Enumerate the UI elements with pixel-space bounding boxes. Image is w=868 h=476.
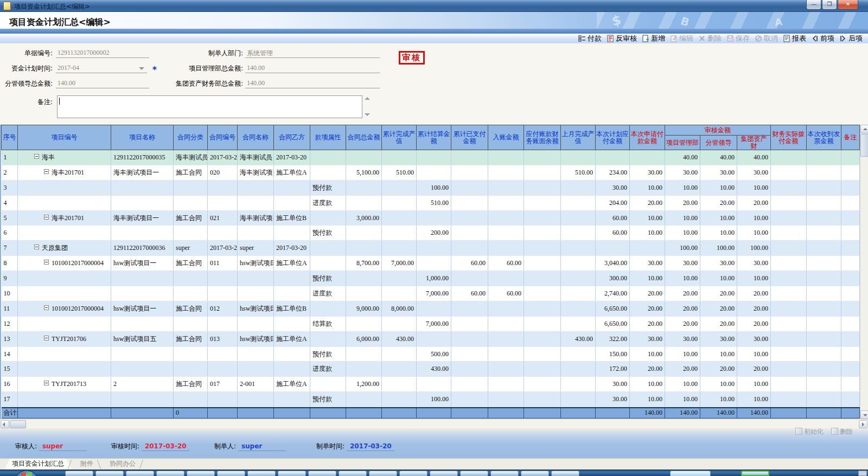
cell[interactable]: 10 — [2, 286, 18, 301]
remark-scroll-down-icon[interactable] — [365, 113, 370, 116]
cell[interactable]: 20.00 — [700, 301, 737, 316]
cell[interactable]: 施工合同 — [174, 256, 208, 271]
table-row[interactable]: 4进度款510.00204.0020.0020.0020.0020.00 — [2, 195, 860, 210]
cell[interactable] — [208, 180, 238, 195]
cell[interactable]: 10.00 — [630, 180, 665, 195]
cell[interactable]: 10.00 — [665, 346, 700, 362]
cell[interactable] — [382, 346, 417, 362]
cell[interactable] — [111, 226, 174, 241]
cell[interactable]: 10.00 — [737, 271, 771, 286]
cell[interactable] — [417, 301, 451, 316]
cell[interactable] — [841, 226, 860, 241]
cell[interactable] — [841, 392, 860, 408]
cell[interactable] — [488, 226, 524, 241]
cell[interactable]: 施工合同 — [174, 165, 208, 180]
cell[interactable]: 预付款 — [310, 180, 346, 195]
cell[interactable]: 预付款 — [310, 226, 346, 241]
cell[interactable] — [771, 165, 807, 180]
cell[interactable] — [524, 210, 561, 226]
cell[interactable] — [771, 301, 807, 316]
cell[interactable] — [274, 286, 310, 301]
cell[interactable]: 预付款 — [310, 346, 346, 362]
cell[interactable] — [841, 165, 860, 180]
cell[interactable] — [488, 392, 524, 408]
cell[interactable] — [417, 150, 451, 165]
taskbar-button[interactable] — [126, 471, 154, 476]
cell[interactable] — [18, 226, 111, 241]
cell[interactable] — [488, 331, 524, 346]
cell[interactable] — [451, 241, 488, 256]
cell[interactable] — [238, 226, 274, 241]
cell[interactable]: hsw测试项目五 — [111, 331, 174, 346]
cell[interactable]: 海丰201701 — [18, 210, 111, 226]
cell[interactable]: 20.00 — [737, 316, 771, 331]
cell[interactable] — [310, 331, 346, 346]
cell[interactable]: 20.00 — [700, 362, 737, 377]
cell[interactable] — [807, 271, 841, 286]
taskbar-button-highlighted[interactable] — [741, 471, 769, 476]
cell[interactable]: 017 — [208, 377, 238, 392]
cell[interactable]: 30.00 — [737, 165, 771, 180]
cell[interactable]: 10.00 — [665, 271, 700, 286]
cell[interactable] — [417, 377, 451, 392]
cell[interactable] — [451, 346, 488, 362]
cell[interactable]: TYJT201706 — [18, 331, 111, 346]
collapse-icon[interactable] — [44, 336, 49, 340]
cell[interactable] — [561, 210, 596, 226]
taskbar-button[interactable] — [247, 471, 276, 476]
cell[interactable]: 12 — [2, 316, 18, 331]
cell[interactable] — [310, 150, 346, 165]
cell[interactable] — [807, 180, 841, 195]
cell[interactable]: 510.00 — [561, 165, 596, 180]
cell[interactable]: TYJT201713 — [18, 377, 111, 392]
cell[interactable] — [451, 226, 488, 241]
plan-time-dropdown-icon[interactable] — [139, 67, 144, 73]
cell[interactable] — [807, 362, 841, 377]
cell[interactable] — [382, 377, 417, 392]
cell[interactable] — [771, 346, 807, 362]
cell[interactable]: 11 — [2, 301, 18, 316]
cell[interactable] — [346, 180, 382, 195]
cell[interactable] — [841, 256, 860, 271]
table-row[interactable]: 12结算款7,000.006,650.0020.0020.0020.0020.0… — [2, 316, 860, 331]
cell[interactable] — [238, 346, 274, 362]
cell[interactable] — [451, 165, 488, 180]
restore-button[interactable]: ❐ — [822, 0, 837, 10]
cell[interactable] — [561, 362, 596, 377]
cell[interactable]: 60.00 — [488, 286, 524, 301]
cell[interactable] — [771, 150, 807, 165]
cell[interactable]: 30.00 — [665, 165, 700, 180]
table-row[interactable]: 13TYJT201706hsw测试项目五施工合同013hsw测试项目一施工单位A… — [2, 331, 860, 346]
taskbar-button[interactable] — [551, 471, 579, 476]
cell[interactable]: 20.00 — [737, 362, 771, 377]
cell[interactable] — [174, 286, 208, 301]
table-row[interactable]: 1海丰1291122017000035海丰测试员2017-03-2海丰测试员20… — [2, 150, 860, 165]
horizontal-scroll-thumb[interactable] — [10, 420, 26, 428]
remark-textarea[interactable] — [57, 95, 362, 118]
cell[interactable]: 30.00 — [630, 256, 665, 271]
cell[interactable] — [841, 377, 860, 392]
cell[interactable] — [208, 362, 238, 377]
cell[interactable]: 10.00 — [630, 392, 665, 408]
prev-button[interactable]: 前项 — [811, 34, 834, 43]
cell[interactable]: 204.00 — [596, 195, 630, 210]
cell[interactable]: 30.00 — [737, 256, 771, 271]
cell[interactable]: 430.00 — [417, 362, 451, 377]
taskbar-button-active[interactable] — [670, 471, 711, 476]
cell[interactable] — [310, 210, 346, 226]
cell[interactable] — [630, 241, 665, 256]
cell[interactable] — [417, 331, 451, 346]
cell[interactable] — [111, 316, 174, 331]
table-row[interactable]: 9预付款1,000.00300.0010.0010.0010.0010.00 — [2, 271, 860, 286]
taskbar-button[interactable] — [521, 471, 549, 476]
cell[interactable] — [561, 346, 596, 362]
cell[interactable]: 10.00 — [700, 392, 737, 408]
table-row[interactable]: 10进度款7,000.0060.0060.002,740.0020.0020.0… — [2, 286, 860, 301]
cell[interactable] — [524, 256, 561, 271]
cell[interactable]: hsw测试项目一 — [111, 256, 174, 271]
cell[interactable]: 30.00 — [630, 165, 665, 180]
cell[interactable]: 10.00 — [700, 210, 737, 226]
cell[interactable]: 10.00 — [665, 392, 700, 408]
report-button[interactable]: 报表 — [783, 34, 806, 43]
cell[interactable] — [807, 241, 841, 256]
